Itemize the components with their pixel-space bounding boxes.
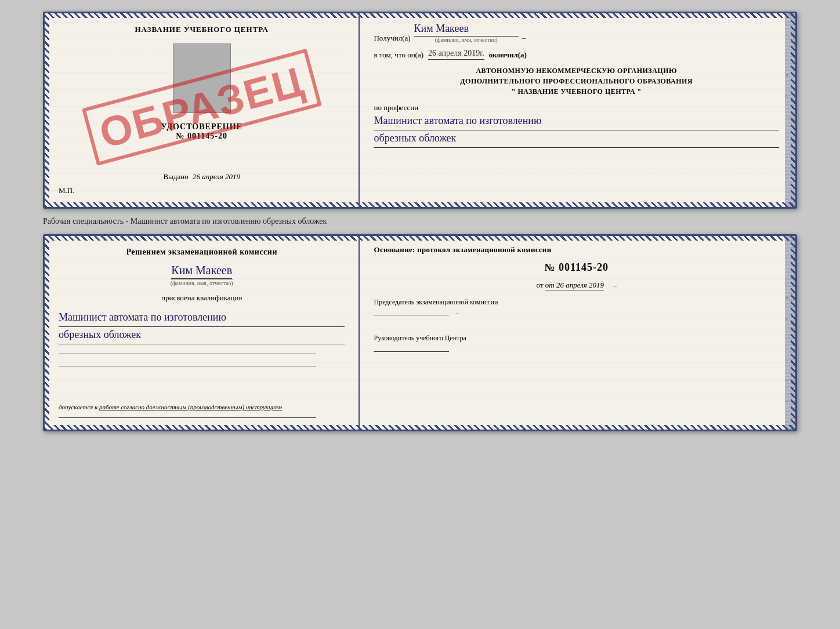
person-name: Ким Макеев xyxy=(171,264,232,279)
director-sig-line xyxy=(374,351,449,352)
date-prefix: в том, что он(а) xyxy=(374,50,423,60)
issued-date: 26 апреля 2019 xyxy=(193,172,240,181)
top-certificate-spread: НАЗВАНИЕ УЧЕБНОГО ЦЕНТРА УДОСТОВЕРЕНИЕ №… xyxy=(43,12,797,209)
org-line1: АВТОНОМНУЮ НЕКОММЕРЧЕСКУЮ ОРГАНИЗАЦИЮ xyxy=(374,66,779,76)
mp-label: М.П. xyxy=(59,186,74,195)
ot-line: от от 26 апреля 2019 – xyxy=(374,281,779,290)
school-name-left: НАЗВАНИЕ УЧЕБНОГО ЦЕНТРА xyxy=(135,25,269,34)
recipient-sublabel: (фамилия, имя, отчество) xyxy=(435,37,498,43)
subtitle-line: Рабочая специальность - Машинист автомат… xyxy=(43,214,797,228)
qualification-block: Машинист автомата по изготовлению обрезн… xyxy=(59,310,345,344)
bottom-cert-right: Основание: протокол экзаменационной коми… xyxy=(360,236,795,430)
bottom-certificate-spread: Решением экзаменационной комиссии Ким Ма… xyxy=(43,234,797,431)
udost-number: № 001145-20 xyxy=(176,132,227,141)
chairman-label: Председатель экзаменационной комиссии xyxy=(374,297,779,308)
recipient-name: Ким Макеев xyxy=(414,23,519,37)
ot-dash: – xyxy=(613,281,617,289)
date-cert-line: в том, что он(а) 26 апреля 2019г. окончи… xyxy=(374,49,779,60)
assigned-text: присвоена квалификация xyxy=(59,293,345,303)
date-value: 26 апреля 2019г. xyxy=(428,49,484,60)
profession-block: по профессии Машинист автомата по изгото… xyxy=(374,103,779,148)
qualification-line1: Машинист автомата по изготовлению xyxy=(59,310,345,327)
osnov-text: Основание: протокол экзаменационной коми… xyxy=(374,245,779,254)
ot-date: от 26 апреля 2019 xyxy=(545,281,604,290)
org-block: АВТОНОМНУЮ НЕКОММЕРЧЕСКУЮ ОРГАНИЗАЦИЮ ДО… xyxy=(374,66,779,97)
director-block: Руководитель учебного Центра xyxy=(374,333,779,355)
work-line: допускается к работе согласно должностны… xyxy=(59,392,345,410)
qualification-line2: обрезных обложек xyxy=(59,327,345,344)
chairman-block: Председатель экзаменационной комиссии – xyxy=(374,297,779,319)
issued-prefix: Выдано xyxy=(163,172,188,181)
person-block: Ким Макеев (фамилия, имя, отчество) xyxy=(59,264,345,286)
top-cert-left: НАЗВАНИЕ УЧЕБНОГО ЦЕНТРА УДОСТОВЕРЕНИЕ №… xyxy=(45,13,360,207)
recipient-line: Получил(а) Ким Макеев (фамилия, имя, отч… xyxy=(374,23,779,43)
protokol-number: № 001145-20 xyxy=(374,261,779,274)
profession-line1: Машинист автомата по изготовлению xyxy=(374,113,779,130)
chairman-dash: – xyxy=(455,309,459,317)
recipient-prefix: Получил(а) xyxy=(374,34,410,43)
org-name: " НАЗВАНИЕ УЧЕБНОГО ЦЕНТРА " xyxy=(374,86,779,97)
director-label: Руководитель учебного Центра xyxy=(374,333,779,344)
chairman-sig-line xyxy=(374,315,449,315)
side-pattern-top xyxy=(785,13,795,207)
profession-line2: обрезных обложек xyxy=(374,130,779,148)
side-pattern-bottom xyxy=(785,236,795,430)
dash1: – xyxy=(522,34,526,43)
bottom-cert-left: Решением экзаменационной комиссии Ким Ма… xyxy=(45,236,360,430)
fio-sublabel: (фамилия, имя, отчество) xyxy=(171,279,233,286)
udost-label: УДОСТОВЕРЕНИЕ xyxy=(161,122,242,132)
profession-prefix: по профессии xyxy=(374,103,418,112)
blank-line-2 xyxy=(59,366,316,366)
finished-suffix: окончил(а) xyxy=(489,50,527,60)
decision-header: Решением экзаменационной комиссии xyxy=(59,248,345,257)
work-prefix: допускается к работе согласно должностны… xyxy=(59,403,282,410)
blank-line-3 xyxy=(59,417,316,418)
photo-placeholder xyxy=(173,43,231,113)
blank-line-1 xyxy=(59,354,316,354)
issued-line: Выдано 26 апреля 2019 xyxy=(163,161,240,181)
top-cert-right: Получил(а) Ким Макеев (фамилия, имя, отч… xyxy=(360,13,795,207)
org-line2: ДОПОЛНИТЕЛЬНОГО ПРОФЕССИОНАЛЬНОГО ОБРАЗО… xyxy=(374,76,779,86)
ot-prefix: от xyxy=(537,281,545,289)
document-wrapper: НАЗВАНИЕ УЧЕБНОГО ЦЕНТРА УДОСТОВЕРЕНИЕ №… xyxy=(43,12,797,431)
